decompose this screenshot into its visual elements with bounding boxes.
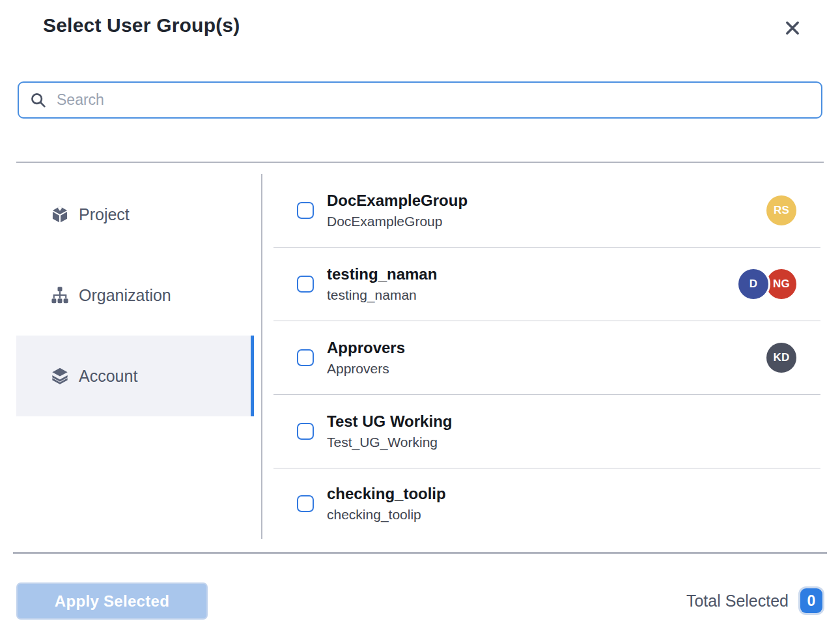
group-checkbox[interactable] xyxy=(297,495,314,512)
close-button[interactable] xyxy=(780,16,805,40)
avatar-kd: KD xyxy=(764,341,798,375)
group-checkbox[interactable] xyxy=(297,202,314,219)
modal-title: Select User Group(s) xyxy=(43,14,240,36)
sidebar-tab-label: Project xyxy=(79,205,130,224)
search-icon xyxy=(29,91,48,109)
group-name: testing_naman xyxy=(327,265,437,284)
avatar-rs: RS xyxy=(764,194,798,227)
group-name: Test UG Working xyxy=(327,412,452,431)
sidebar-tab-account[interactable]: Account xyxy=(16,336,254,416)
group-subtitle: DocExampleGroup xyxy=(327,212,468,230)
search-box xyxy=(18,81,822,119)
total-selected: Total Selected 0 xyxy=(686,585,822,616)
search-input[interactable] xyxy=(57,91,811,109)
avatar-stack: RS xyxy=(764,194,798,227)
group-list: DocExampleGroup DocExampleGroup RS testi… xyxy=(273,174,820,539)
layers-icon xyxy=(51,367,69,385)
avatar-d: D xyxy=(736,267,770,301)
footer-divider xyxy=(13,552,827,554)
group-name: DocExampleGroup xyxy=(327,191,468,210)
group-row[interactable]: Approvers Approvers KD xyxy=(273,321,820,395)
group-subtitle: testing_naman xyxy=(327,286,437,304)
group-checkbox[interactable] xyxy=(297,423,314,440)
close-icon xyxy=(783,19,802,37)
group-row[interactable]: Test UG Working Test_UG_Working xyxy=(273,395,820,468)
group-subtitle: checking_toolip xyxy=(327,506,446,523)
group-row[interactable]: checking_toolip checking_toolip xyxy=(273,468,820,539)
group-row[interactable]: testing_naman testing_naman DNG xyxy=(273,248,820,321)
group-checkbox[interactable] xyxy=(297,276,314,293)
sidebar-tab-project[interactable]: Project xyxy=(16,174,254,255)
group-name: Approvers xyxy=(327,338,405,358)
select-user-groups-modal: Select User Group(s) Project Organizatio… xyxy=(0,0,840,632)
total-selected-count-badge: 0 xyxy=(800,588,822,613)
sidebar: Project Organization Account xyxy=(16,174,254,416)
cube-icon xyxy=(51,205,69,223)
vertical-divider xyxy=(261,174,262,539)
group-subtitle: Approvers xyxy=(327,360,405,377)
avatar-stack: KD xyxy=(764,341,798,375)
total-selected-label: Total Selected xyxy=(686,592,789,610)
apply-selected-button[interactable]: Apply Selected xyxy=(16,582,208,620)
sidebar-tab-label: Organization xyxy=(79,286,171,305)
sidebar-tab-label: Account xyxy=(79,367,137,386)
group-name: checking_toolip xyxy=(327,484,446,504)
avatar-stack: DNG xyxy=(736,267,798,301)
group-subtitle: Test_UG_Working xyxy=(327,433,452,451)
sitemap-icon xyxy=(51,286,69,304)
group-row[interactable]: DocExampleGroup DocExampleGroup RS xyxy=(273,174,820,248)
sidebar-tab-organization[interactable]: Organization xyxy=(16,255,254,336)
header-divider xyxy=(16,162,824,163)
group-checkbox[interactable] xyxy=(297,349,314,366)
